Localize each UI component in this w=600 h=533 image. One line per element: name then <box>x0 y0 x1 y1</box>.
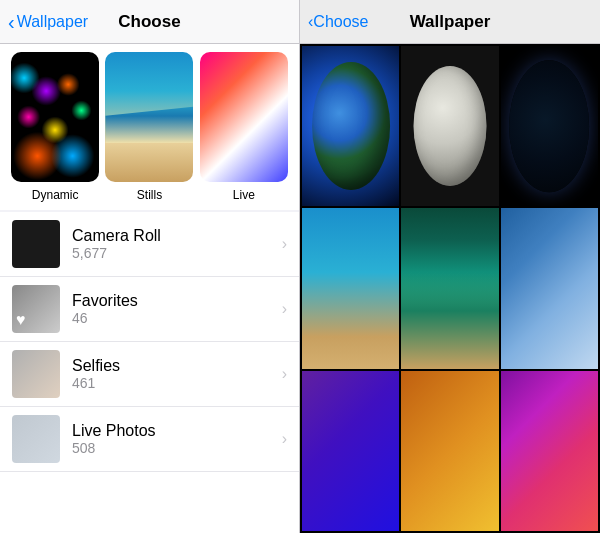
dynamic-label: Dynamic <box>32 188 79 202</box>
selfies-name: Selfies <box>72 357 282 375</box>
right-panel: ‹ Choose Wallpaper <box>300 0 600 533</box>
album-favorites[interactable]: Favorites 46 › <box>0 277 299 342</box>
album-list: Camera Roll 5,677 › Favorites 46 › Selfi… <box>0 212 299 533</box>
camera-roll-chevron-icon: › <box>282 235 287 253</box>
live-photos-thumbnail <box>12 415 60 463</box>
category-dynamic[interactable]: Dynamic <box>8 52 102 210</box>
right-back-button[interactable]: ‹ Choose <box>308 13 368 31</box>
live-photos-text: Live Photos 508 <box>72 422 282 456</box>
wallpaper-ocean[interactable] <box>302 208 399 368</box>
wallpaper-ios-blue[interactable] <box>501 208 598 368</box>
right-back-label: Choose <box>313 13 368 31</box>
wallpaper-moon[interactable] <box>401 46 498 206</box>
selfies-thumbnail <box>12 350 60 398</box>
selfies-count: 461 <box>72 375 282 391</box>
favorites-thumbnail <box>12 285 60 333</box>
camera-roll-count: 5,677 <box>72 245 282 261</box>
wallpaper-teal[interactable] <box>401 208 498 368</box>
camera-roll-text: Camera Roll 5,677 <box>72 227 282 261</box>
right-nav-bar: ‹ Choose Wallpaper <box>300 0 600 44</box>
wallpaper-night-earth[interactable] <box>501 46 598 206</box>
left-back-button[interactable]: ‹ Wallpaper <box>8 12 88 32</box>
live-label: Live <box>233 188 255 202</box>
wallpaper-flower[interactable] <box>501 371 598 531</box>
wallpaper-grid <box>300 44 600 533</box>
camera-roll-thumbnail <box>12 220 60 268</box>
album-camera-roll[interactable]: Camera Roll 5,677 › <box>0 212 299 277</box>
favorites-count: 46 <box>72 310 282 326</box>
left-back-chevron-icon: ‹ <box>8 12 15 32</box>
category-stills[interactable]: Stills <box>102 52 196 210</box>
dynamic-thumbnail <box>11 52 99 182</box>
live-thumb-image <box>200 52 288 182</box>
album-live-photos[interactable]: Live Photos 508 › <box>0 407 299 472</box>
live-thumbnail <box>200 52 288 182</box>
favorites-thumb-image <box>12 285 60 333</box>
live-photos-count: 508 <box>72 440 282 456</box>
favorites-name: Favorites <box>72 292 282 310</box>
wallpaper-categories: Dynamic Stills Live <box>0 44 299 210</box>
left-title: Choose <box>118 12 180 32</box>
right-title: Wallpaper <box>410 12 491 32</box>
album-selfies[interactable]: Selfies 461 › <box>0 342 299 407</box>
live-photos-name: Live Photos <box>72 422 282 440</box>
wallpaper-earth[interactable] <box>302 46 399 206</box>
selfies-text: Selfies 461 <box>72 357 282 391</box>
selfies-chevron-icon: › <box>282 365 287 383</box>
favorites-text: Favorites 46 <box>72 292 282 326</box>
left-back-label: Wallpaper <box>17 13 88 31</box>
favorites-chevron-icon: › <box>282 300 287 318</box>
stills-thumbnail <box>105 52 193 182</box>
wallpaper-orange[interactable] <box>401 371 498 531</box>
stills-thumb-image <box>105 52 193 182</box>
live-photos-chevron-icon: › <box>282 430 287 448</box>
dynamic-thumb-image <box>11 52 99 182</box>
wallpaper-purple[interactable] <box>302 371 399 531</box>
stills-label: Stills <box>137 188 162 202</box>
camera-roll-name: Camera Roll <box>72 227 282 245</box>
left-nav-bar: ‹ Wallpaper Choose <box>0 0 299 44</box>
category-live[interactable]: Live <box>197 52 291 210</box>
left-panel: ‹ Wallpaper Choose Dynamic Stills Live <box>0 0 300 533</box>
